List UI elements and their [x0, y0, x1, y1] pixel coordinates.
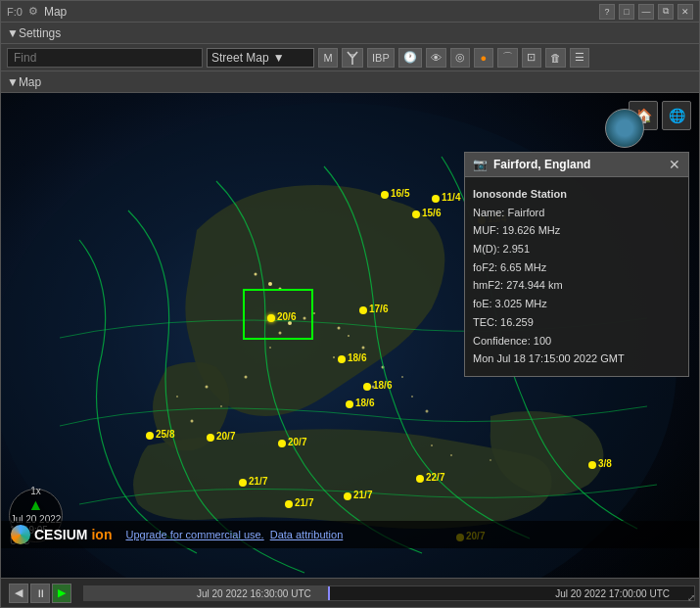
station-dot[interactable] — [432, 195, 440, 203]
toolbar: Street Map ▼ M IBP 🕐 👁 ◎ ● ⌒ ⊡ 🗑 ☰ — [1, 44, 699, 71]
station-dot[interactable] — [363, 383, 371, 391]
station-s8[interactable]: 18/6 — [363, 383, 371, 391]
map-label[interactable]: ▼Map — [7, 75, 41, 89]
box-button[interactable]: ⊡ — [522, 48, 541, 68]
timeline-pause-button[interactable]: ⏸ — [30, 584, 50, 603]
delete-button[interactable]: 🗑 — [545, 48, 566, 68]
popup-md: M(D): 2.951 — [473, 240, 680, 258]
station-dot[interactable] — [239, 479, 247, 487]
ibp-button[interactable]: IBP — [367, 48, 395, 68]
station-dot[interactable] — [285, 500, 293, 508]
app-icon: F:0 — [7, 6, 23, 18]
station-dot[interactable] — [359, 306, 367, 314]
title-label: Map — [44, 5, 67, 19]
station-dot[interactable] — [267, 314, 275, 322]
station-label: 18/6 — [355, 398, 374, 408]
station-dot[interactable] — [412, 210, 420, 218]
svg-point-9 — [338, 327, 341, 330]
station-s11[interactable]: 20/7 — [207, 434, 214, 442]
app-window: F:0 ⚙ Map ? □ — ⧉ ✕ ▼Settings Street Map… — [0, 0, 700, 608]
popup-fof2: foF2: 6.65 MHz — [473, 258, 680, 277]
station-s7[interactable]: 18/6 — [338, 355, 346, 363]
find-input[interactable] — [7, 48, 203, 68]
antenna-button[interactable] — [342, 48, 363, 68]
globe-button[interactable]: 🌐 — [662, 101, 691, 130]
cesium-text: CESIUM — [34, 527, 87, 542]
cesium-upgrade-link[interactable]: Upgrade for commercial use. — [125, 529, 263, 540]
map-area[interactable]: 🏠 🌐 16/5 11/4 15/6 13/4 20/6 17/6 — [1, 93, 699, 578]
station-dot[interactable] — [146, 432, 154, 440]
svg-point-13 — [245, 376, 248, 379]
arc-button[interactable]: ⌒ — [497, 48, 518, 68]
station-s14[interactable]: 21/7 — [285, 500, 293, 508]
station-dot[interactable] — [416, 475, 424, 483]
eye-button[interactable]: 👁 — [426, 48, 446, 68]
settings-bar[interactable]: ▼Settings — [1, 23, 699, 44]
timeline-bar: ◀ ⏸ ▶ Jul 20 2022 16:30:00 UTC Jul 20 20… — [1, 578, 699, 607]
station-s18[interactable]: 3/8 — [588, 461, 596, 469]
close-button[interactable]: ✕ — [677, 4, 693, 20]
station-s13[interactable]: 21/7 — [239, 479, 247, 487]
station-s5[interactable]: 20/6 — [267, 314, 275, 322]
station-s15[interactable]: 21/7 — [344, 492, 351, 500]
station-label: 17/6 — [369, 304, 388, 314]
info-popup: 📷 Fairford, England ✕ Ionosonde Station … — [464, 152, 689, 377]
station-s9[interactable]: 18/6 — [346, 400, 353, 408]
timeline-rewind-button[interactable]: ◀ — [9, 584, 28, 603]
timeline-resize-button[interactable]: ⤢ — [687, 592, 695, 603]
station-s3[interactable]: 15/6 — [412, 210, 420, 218]
station-label: 21/7 — [295, 497, 313, 508]
popup-name: Name: Fairford — [473, 204, 680, 222]
timeline-play-button[interactable]: ▶ — [52, 584, 71, 603]
station-s6[interactable]: 17/6 — [359, 306, 367, 314]
map-type-dropdown[interactable]: Street Map ▼ — [207, 48, 314, 68]
station-label: 20/7 — [288, 437, 306, 447]
svg-point-29 — [426, 410, 429, 413]
popup-tec: TEC: 16.259 — [473, 313, 680, 332]
map-bar[interactable]: ▼Map — [1, 71, 699, 93]
menu-dots-button[interactable]: ☰ — [570, 48, 589, 68]
station-label: 15/6 — [422, 208, 441, 218]
menu-button[interactable]: □ — [619, 4, 634, 20]
station-label: 16/5 — [391, 188, 409, 199]
spiral-button[interactable]: ◎ — [450, 48, 470, 68]
svg-point-7 — [313, 312, 315, 314]
clock-button[interactable]: 🕐 — [398, 48, 422, 68]
station-s12[interactable]: 20/7 — [278, 440, 286, 447]
minimize-button[interactable]: — — [638, 4, 654, 20]
station-dot[interactable] — [346, 400, 353, 408]
station-dot[interactable] — [278, 440, 286, 447]
svg-point-24 — [279, 288, 282, 291]
station-dot[interactable] — [381, 191, 389, 199]
station-s1[interactable]: 16/5 — [381, 191, 389, 199]
timeline-left-label: Jul 20 2022 16:30:00 UTC — [197, 587, 311, 598]
speed-multiplier: 1x — [30, 486, 41, 496]
settings-label[interactable]: ▼Settings — [7, 26, 61, 40]
station-label: 3/8 — [598, 458, 612, 469]
station-label: 18/6 — [373, 380, 392, 391]
title-bar: F:0 ⚙ Map ? □ — ⧉ ✕ — [1, 1, 699, 23]
cesium-data-link[interactable]: Data attribution — [270, 529, 344, 540]
station-s16[interactable]: 22/7 — [416, 475, 424, 483]
maximize-button[interactable]: ⧉ — [658, 4, 674, 20]
svg-point-12 — [269, 347, 271, 349]
station-dot[interactable] — [344, 492, 351, 500]
station-dot[interactable] — [588, 461, 596, 469]
station-dot[interactable] — [207, 434, 214, 442]
station-s10[interactable]: 25/8 — [146, 432, 154, 440]
gear-icon: ⚙ — [28, 5, 38, 18]
svg-point-22 — [268, 282, 272, 286]
popup-title: Fairford, England — [493, 158, 663, 171]
popup-timestamp: Mon Jul 18 17:15:00 2022 GMT — [473, 350, 680, 368]
orange-circle-button[interactable]: ● — [474, 48, 493, 68]
station-dot[interactable] — [338, 355, 346, 363]
popup-hmf2: hmF2: 274.944 km — [473, 276, 680, 295]
svg-point-10 — [348, 335, 350, 337]
help-button[interactable]: ? — [599, 4, 615, 20]
popup-muf: MUF: 19.626 MHz — [473, 221, 680, 240]
station-s2[interactable]: 11/4 — [432, 195, 440, 203]
info-popup-title-bar: 📷 Fairford, England ✕ — [465, 153, 688, 177]
popup-close-button[interactable]: ✕ — [669, 157, 680, 172]
mode-m-button[interactable]: M — [318, 48, 338, 68]
svg-point-21 — [176, 396, 178, 398]
